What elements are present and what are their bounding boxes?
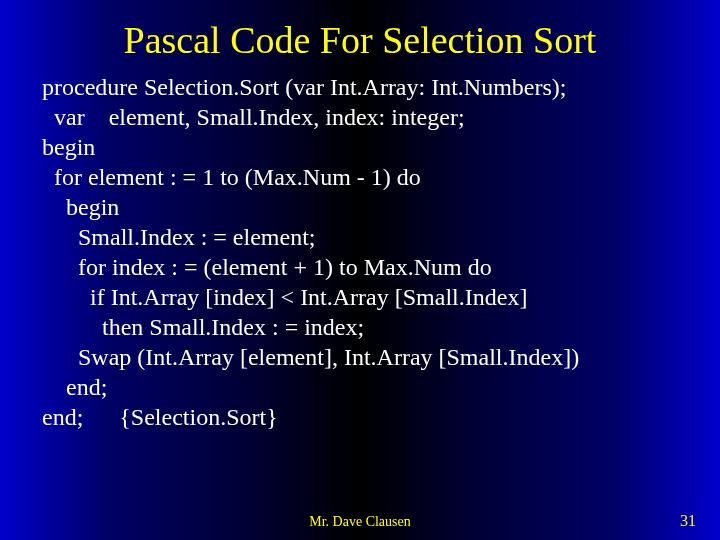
- code-line: for index : = (element + 1) to Max.Num d…: [42, 252, 700, 282]
- code-line: if Int.Array [index] < Int.Array [Small.…: [42, 282, 700, 312]
- footer-author: Mr. Dave Clausen: [0, 514, 720, 530]
- slide-container: Pascal Code For Selection Sort procedure…: [0, 0, 720, 540]
- code-block: procedure Selection.Sort (var Int.Array:…: [0, 72, 720, 432]
- code-line: for element : = 1 to (Max.Num - 1) do: [42, 162, 700, 192]
- code-line: procedure Selection.Sort (var Int.Array:…: [42, 72, 700, 102]
- code-line: begin: [42, 192, 700, 222]
- code-line: then Small.Index : = index;: [42, 312, 700, 342]
- code-line: Swap (Int.Array [element], Int.Array [Sm…: [42, 342, 700, 372]
- code-line: Small.Index : = element;: [42, 222, 700, 252]
- code-line: end;: [42, 372, 700, 402]
- code-line: begin: [42, 132, 700, 162]
- code-line: end; {Selection.Sort}: [42, 402, 700, 432]
- slide-title: Pascal Code For Selection Sort: [0, 0, 720, 72]
- footer-page-number: 31: [680, 512, 696, 530]
- code-line: var element, Small.Index, index: integer…: [42, 102, 700, 132]
